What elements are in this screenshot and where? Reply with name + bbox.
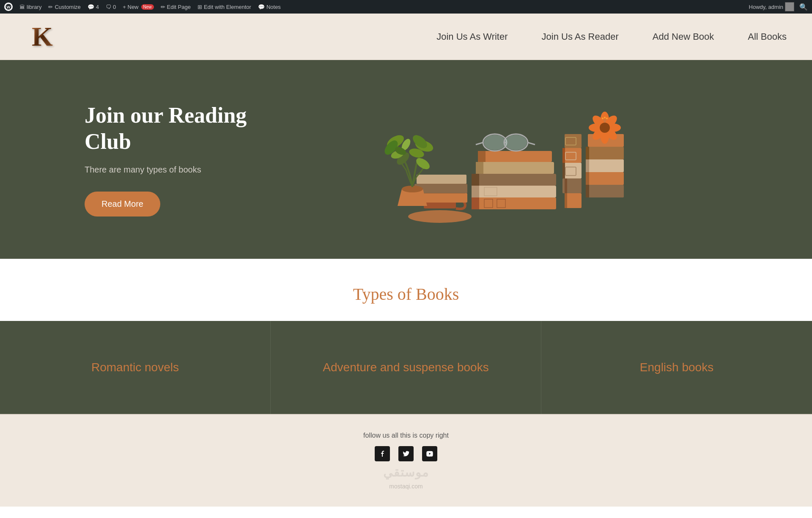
library-link[interactable]: 🏛 library [19, 4, 41, 10]
svg-text:W: W [7, 5, 11, 9]
youtube-icon[interactable] [422, 446, 437, 461]
elementor-link[interactable]: ⊞ Edit with Elementor [198, 4, 251, 10]
svg-rect-39 [562, 148, 565, 163]
svg-rect-50 [586, 172, 589, 185]
svg-rect-19 [478, 151, 552, 162]
site-footer: follow us all this is copy right موستقي … [0, 414, 812, 507]
notes-icon: 💬 [258, 4, 265, 10]
svg-point-76 [602, 118, 604, 119]
section-title: Types of Books [0, 284, 812, 304]
admin-avatar [785, 2, 794, 11]
customize-link[interactable]: ✏ Customize [48, 4, 80, 10]
svg-rect-49 [586, 159, 589, 172]
svg-line-29 [476, 143, 483, 145]
admin-bar: W 🏛 library ✏ Customize 💬 4 🗨 0 + New Ne… [0, 0, 812, 14]
svg-rect-14 [472, 186, 479, 197]
hero-title: Join our Reading Club [85, 102, 275, 155]
wp-icon: W [4, 3, 13, 11]
svg-rect-41 [565, 178, 567, 193]
watermark: موستقي [8, 466, 804, 480]
wp-logo[interactable]: W [4, 3, 13, 11]
edit-page-link[interactable]: ✏ Edit Page [161, 4, 191, 10]
svg-rect-46 [586, 147, 624, 159]
svg-point-27 [505, 135, 527, 150]
svg-rect-18 [476, 162, 483, 174]
svg-rect-12 [472, 197, 479, 209]
notes-link[interactable]: 💬 Notes [258, 4, 281, 10]
nav-add-book[interactable]: Add New Book [653, 31, 714, 42]
hero-section: Join our Reading Club There are many typ… [0, 60, 812, 259]
hero-subtitle: There are many types of books [85, 165, 275, 175]
copyright-text: mostaqi.com [8, 483, 804, 490]
nav-join-reader[interactable]: Join Us As Reader [542, 31, 619, 42]
hero-text: Join our Reading Club There are many typ… [85, 102, 275, 217]
svg-rect-8 [417, 175, 466, 184]
comments-link[interactable]: 💬 4 [88, 4, 99, 10]
svg-point-72 [600, 123, 610, 133]
footer-text: follow us all this is copy right [8, 432, 804, 439]
social-icons [8, 446, 804, 461]
svg-rect-51 [586, 185, 589, 197]
svg-rect-20 [478, 151, 486, 162]
logo-letter: K [32, 21, 53, 52]
nav-all-books[interactable]: All Books [748, 31, 787, 42]
twitter-icon[interactable] [398, 446, 414, 461]
admin-bar-right: Howdy, admin 🔍 [749, 2, 808, 11]
customize-icon: ✏ [48, 4, 53, 10]
new-link[interactable]: + New New [123, 4, 154, 10]
svg-rect-43 [586, 185, 624, 197]
book-type-adventure[interactable]: Adventure and suspense books [271, 321, 541, 414]
main-nav: Join Us As Writer Join Us As Reader Add … [436, 31, 787, 42]
read-more-button[interactable]: Read More [85, 192, 160, 217]
pending-link[interactable]: 🗨 0 [106, 4, 116, 10]
svg-rect-17 [476, 162, 554, 174]
howdy-label[interactable]: Howdy, admin [749, 2, 794, 11]
book-type-romantic[interactable]: Romantic novels [0, 321, 271, 414]
svg-point-77 [606, 118, 608, 119]
svg-rect-40 [562, 163, 565, 178]
svg-rect-35 [565, 134, 582, 148]
hero-image [275, 85, 727, 233]
pending-icon: 🗨 [106, 4, 111, 10]
svg-rect-42 [565, 193, 567, 208]
site-header: K Join Us As Writer Join Us As Reader Ad… [0, 14, 812, 60]
svg-line-30 [528, 143, 535, 145]
search-icon[interactable]: 🔍 [799, 3, 808, 11]
svg-rect-48 [586, 147, 589, 159]
svg-rect-45 [588, 159, 624, 172]
book-type-english[interactable]: English books [541, 321, 812, 414]
svg-point-2 [408, 210, 472, 223]
site-logo[interactable]: K [25, 20, 59, 54]
facebook-icon[interactable] [375, 446, 390, 461]
edit-icon: ✏ [161, 4, 165, 10]
library-icon: 🏛 [19, 4, 25, 10]
types-section: Types of Books Romantic novels Adventure… [0, 259, 812, 414]
books-grid: Romantic novels Adventure and suspense b… [0, 321, 812, 414]
books-illustration [374, 92, 628, 227]
svg-point-78 [604, 117, 606, 118]
svg-rect-44 [586, 172, 624, 185]
new-badge: New [141, 4, 154, 10]
svg-rect-15 [472, 174, 556, 186]
svg-point-25 [484, 135, 506, 150]
nav-join-writer[interactable]: Join Us As Writer [436, 31, 508, 42]
svg-rect-16 [472, 174, 479, 186]
elementor-icon: ⊞ [198, 4, 202, 10]
svg-rect-33 [564, 163, 582, 178]
comment-icon: 💬 [88, 4, 94, 10]
